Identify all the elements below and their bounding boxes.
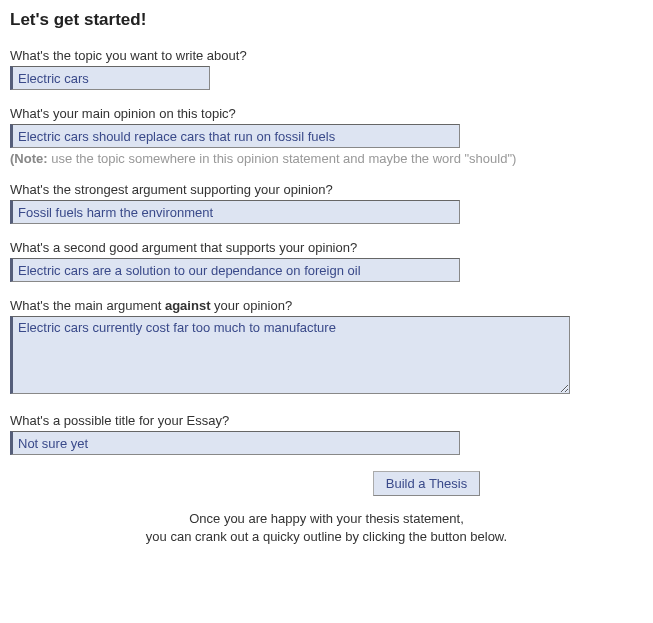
arg1-input[interactable]: [10, 200, 460, 224]
opinion-input[interactable]: [10, 124, 460, 148]
topic-block: What's the topic you want to write about…: [10, 48, 643, 90]
against-question-pre: What's the main argument: [10, 298, 165, 313]
topic-question: What's the topic you want to write about…: [10, 48, 643, 63]
opinion-note: (Note: use the topic somewhere in this o…: [10, 151, 643, 166]
against-input[interactable]: [10, 316, 570, 394]
topic-input[interactable]: [10, 66, 210, 90]
title-input[interactable]: [10, 431, 460, 455]
footer-line1: Once you are happy with your thesis stat…: [189, 511, 464, 526]
arg1-question: What's the strongest argument supporting…: [10, 182, 643, 197]
against-question-post: your opinion?: [210, 298, 292, 313]
opinion-note-bold: (Note:: [10, 151, 48, 166]
arg2-question: What's a second good argument that suppo…: [10, 240, 643, 255]
against-question: What's the main argument against your op…: [10, 298, 643, 313]
build-thesis-button[interactable]: Build a Thesis: [373, 471, 480, 496]
page-heading: Let's get started!: [10, 10, 643, 30]
title-question: What's a possible title for your Essay?: [10, 413, 643, 428]
arg2-block: What's a second good argument that suppo…: [10, 240, 643, 282]
button-row: Build a Thesis: [210, 471, 643, 496]
title-block: What's a possible title for your Essay?: [10, 413, 643, 455]
arg2-input[interactable]: [10, 258, 460, 282]
opinion-note-text: use the topic somewhere in this opinion …: [48, 151, 517, 166]
opinion-question: What's your main opinion on this topic?: [10, 106, 643, 121]
footer-line2: you can crank out a quicky outline by cl…: [146, 529, 507, 544]
against-block: What's the main argument against your op…: [10, 298, 643, 397]
arg1-block: What's the strongest argument supporting…: [10, 182, 643, 224]
against-question-bold: against: [165, 298, 211, 313]
footer-text: Once you are happy with your thesis stat…: [10, 510, 643, 546]
opinion-block: What's your main opinion on this topic? …: [10, 106, 643, 166]
